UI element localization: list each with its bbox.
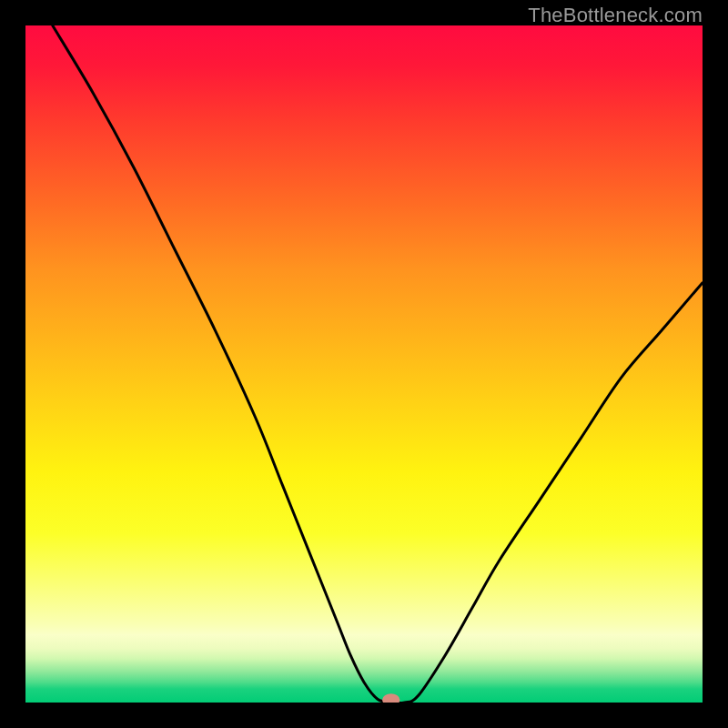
- chart-canvas: TheBottleneck.com: [0, 0, 728, 728]
- optimum-marker: [382, 693, 399, 703]
- bottleneck-curve-svg: [25, 25, 703, 703]
- bottleneck-curve: [53, 25, 703, 703]
- watermark-text: TheBottleneck.com: [528, 4, 703, 27]
- plot-area: [25, 25, 703, 703]
